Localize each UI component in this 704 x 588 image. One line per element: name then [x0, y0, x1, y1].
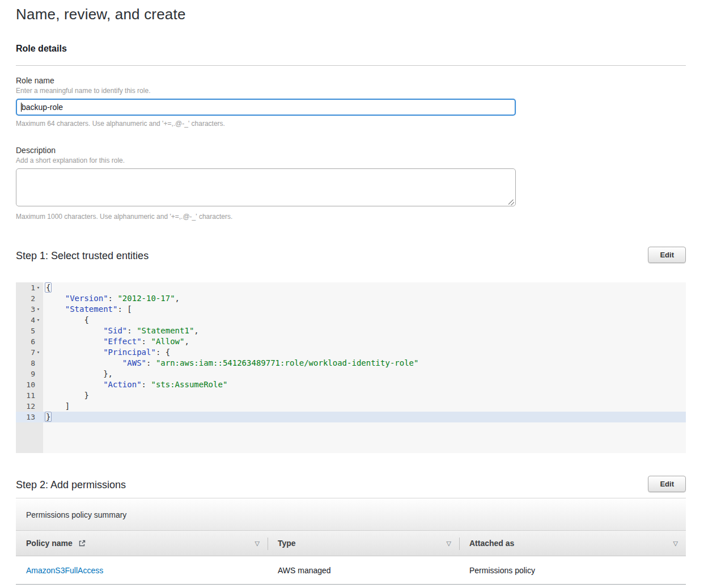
fold-arrow-icon[interactable]: ▾	[35, 347, 41, 358]
code-line[interactable]: }	[43, 412, 686, 422]
role-details-heading: Role details	[16, 44, 686, 54]
external-link-icon	[78, 539, 86, 549]
page-title: Name, review, and create	[16, 6, 686, 23]
description-label: Description	[16, 146, 686, 155]
code-line[interactable]: "Principal": {	[43, 347, 686, 358]
code-line[interactable]: "Statement": [	[43, 304, 686, 315]
line-number[interactable]: 10	[16, 379, 43, 390]
line-number[interactable]: 1▾	[16, 282, 43, 293]
editor-code[interactable]: { "Version": "2012-10-17", "Statement": …	[43, 282, 686, 453]
permissions-panel-header: Permissions policy summary	[16, 498, 686, 530]
line-number[interactable]: 7▾	[16, 347, 43, 358]
permissions-panel-title: Permissions policy summary	[26, 510, 126, 519]
role-name-hint: Maximum 64 characters. Use alphanumeric …	[16, 120, 686, 128]
column-header-type[interactable]: Type ▽	[268, 531, 459, 556]
code-line[interactable]: "Version": "2012-10-17",	[43, 293, 686, 304]
table-row: AmazonS3FullAccess AWS managed Permissio…	[16, 556, 686, 585]
line-number[interactable]: 5	[16, 325, 43, 336]
line-number[interactable]: 4▾	[16, 315, 43, 325]
page: Name, review, and create Role details Ro…	[0, 6, 704, 585]
step2-heading: Step 2: Add permissions	[16, 476, 126, 491]
fold-arrow-icon[interactable]: ▾	[35, 315, 41, 325]
line-number[interactable]: 2	[16, 293, 43, 304]
sort-icon[interactable]: ▽	[673, 540, 678, 547]
column-label: Policy name	[26, 539, 73, 548]
code-line[interactable]: ]	[43, 401, 686, 412]
description-help: Add a short explanation for this role.	[16, 156, 686, 164]
code-line[interactable]: }	[43, 390, 686, 401]
sort-icon[interactable]: ▽	[447, 540, 451, 547]
code-line[interactable]: "AWS": "arn:aws:iam::541263489771:role/w…	[43, 358, 686, 369]
description-hint: Maximum 1000 characters. Use alphanumeri…	[16, 213, 686, 221]
role-name-input[interactable]	[16, 99, 516, 116]
role-name-help: Enter a meaningful name to identify this…	[16, 87, 686, 95]
editor-gutter[interactable]: 1▾23▾4▾567▾8910111213	[16, 282, 43, 453]
attached-as-cell: Permissions policy	[459, 566, 686, 575]
step1-edit-button[interactable]: Edit	[648, 247, 686, 263]
step1-heading: Step 1: Select trusted entities	[16, 247, 149, 262]
line-number[interactable]: 9	[16, 369, 43, 379]
code-line[interactable]: {	[43, 315, 686, 325]
policy-link[interactable]: AmazonS3FullAccess	[26, 566, 103, 575]
role-name-label: Role name	[16, 76, 686, 85]
code-line[interactable]: {	[43, 282, 686, 293]
code-line[interactable]: },	[43, 369, 686, 379]
type-cell: AWS managed	[268, 566, 459, 575]
permissions-panel: Permissions policy summary Policy name ▽	[16, 498, 686, 585]
line-number[interactable]: 8	[16, 358, 43, 369]
policy-name-cell: AmazonS3FullAccess	[16, 566, 268, 575]
permissions-table-header: Policy name ▽ Type ▽ Attached as	[16, 530, 686, 556]
code-line[interactable]: "Sid": "Statement1",	[43, 325, 686, 336]
code-line[interactable]: "Effect": "Allow",	[43, 336, 686, 347]
line-number[interactable]: 12	[16, 401, 43, 412]
step2-header-row: Step 2: Add permissions Edit	[16, 476, 686, 492]
line-number[interactable]: 13	[16, 412, 43, 422]
fold-arrow-icon[interactable]: ▾	[35, 282, 41, 293]
step2-edit-button[interactable]: Edit	[648, 476, 686, 492]
column-header-policy-name[interactable]: Policy name ▽	[16, 531, 268, 556]
description-field: Description Add a short explanation for …	[16, 146, 686, 221]
line-number[interactable]: 11	[16, 390, 43, 401]
role-name-field: Role name Enter a meaningful name to ide…	[16, 76, 686, 128]
code-line[interactable]: "Action": "sts:AssumeRole"	[43, 379, 686, 390]
line-number[interactable]: 3▾	[16, 304, 43, 315]
sort-icon[interactable]: ▽	[255, 540, 260, 547]
column-label: Attached as	[469, 539, 514, 548]
text-caret	[21, 103, 22, 112]
column-label: Type	[278, 539, 296, 548]
section-divider	[16, 65, 686, 66]
fold-arrow-icon[interactable]: ▾	[35, 304, 41, 315]
column-header-attached-as[interactable]: Attached as ▽	[459, 531, 686, 556]
line-number[interactable]: 6	[16, 336, 43, 347]
step1-header-row: Step 1: Select trusted entities Edit	[16, 247, 686, 263]
resize-handle[interactable]	[508, 200, 514, 205]
description-textarea[interactable]	[16, 168, 516, 206]
trust-policy-editor[interactable]: 1▾23▾4▾567▾8910111213 { "Version": "2012…	[16, 282, 686, 453]
